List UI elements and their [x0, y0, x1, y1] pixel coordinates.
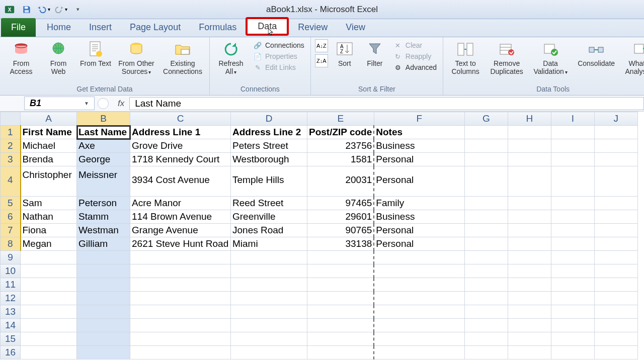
col-header-E[interactable]: E: [307, 112, 374, 126]
cell-E15[interactable]: [307, 332, 374, 346]
cell-H15[interactable]: [508, 332, 551, 346]
cell-G8[interactable]: [464, 237, 508, 251]
cell-A13[interactable]: [21, 305, 77, 319]
tab-view[interactable]: View: [337, 18, 374, 37]
cell-J9[interactable]: [594, 251, 637, 264]
from-other-sources-button[interactable]: From Other Sources▾: [116, 39, 157, 76]
cell-B3[interactable]: George: [77, 153, 130, 166]
cell-E12[interactable]: [307, 292, 374, 305]
filter-button[interactable]: Filter: [361, 39, 388, 68]
cell-B16[interactable]: [77, 346, 130, 359]
data-validation-button[interactable]: Data Validation▾: [530, 39, 571, 76]
cell-G12[interactable]: [464, 292, 508, 305]
row-header-2[interactable]: 2: [1, 139, 21, 153]
cell-G2[interactable]: [464, 139, 508, 153]
cell-C3[interactable]: 1718 Kennedy Court: [130, 153, 231, 166]
col-header-F[interactable]: F: [374, 112, 464, 126]
cell-B5[interactable]: Peterson: [77, 197, 130, 210]
cell-A9[interactable]: [21, 251, 77, 264]
cell-F5[interactable]: Family: [374, 197, 464, 210]
cell-J10[interactable]: [594, 264, 637, 278]
cell-H10[interactable]: [508, 264, 551, 278]
cell-C16[interactable]: [130, 346, 231, 359]
cell-E16[interactable]: [307, 346, 374, 359]
cell-B4[interactable]: Meissner: [77, 166, 130, 197]
cell-B10[interactable]: [77, 264, 130, 278]
cell-C5[interactable]: Acre Manor: [130, 197, 231, 210]
cell-J1[interactable]: [594, 126, 637, 139]
cell-I16[interactable]: [551, 346, 594, 359]
cell-G7[interactable]: [464, 224, 508, 237]
col-header-B[interactable]: B: [77, 112, 130, 126]
cell-J8[interactable]: [594, 237, 637, 251]
cell-D4[interactable]: Temple Hills: [231, 166, 307, 197]
edit-links-button[interactable]: ✎Edit Links: [251, 62, 306, 72]
cell-C11[interactable]: [130, 278, 231, 292]
cell-H8[interactable]: [508, 237, 551, 251]
cell-E5[interactable]: 97465: [307, 197, 374, 210]
cell-D1[interactable]: Address Line 2: [231, 126, 307, 139]
redo-icon[interactable]: ▾: [54, 3, 67, 16]
cell-D15[interactable]: [231, 332, 307, 346]
cell-F15[interactable]: [374, 332, 464, 346]
sort-asc-button[interactable]: A↓Z: [315, 39, 328, 52]
row-header-6[interactable]: 6: [1, 210, 21, 224]
reapply-button[interactable]: ↻Reapply: [391, 51, 439, 61]
text-to-columns-button[interactable]: Text to Columns: [447, 39, 484, 76]
row-header-3[interactable]: 3: [1, 153, 21, 166]
cell-A4[interactable]: Christopher: [21, 166, 77, 197]
tab-page-layout[interactable]: Page Layout: [121, 18, 190, 37]
cell-G1[interactable]: [464, 126, 508, 139]
cell-D13[interactable]: [231, 305, 307, 319]
cell-E3[interactable]: 1581: [307, 153, 374, 166]
cell-B1[interactable]: Last Name: [77, 126, 130, 139]
row-header-8[interactable]: 8: [1, 237, 21, 251]
cell-G15[interactable]: [464, 332, 508, 346]
cell-F6[interactable]: Business: [374, 210, 464, 224]
cell-D3[interactable]: Westborough: [231, 153, 307, 166]
cell-A7[interactable]: Fiona: [21, 224, 77, 237]
cell-J6[interactable]: [594, 210, 637, 224]
tab-file[interactable]: File: [1, 18, 36, 37]
cell-C4[interactable]: 3934 Cost Avenue: [130, 166, 231, 197]
cell-G4[interactable]: [464, 166, 508, 197]
cell-F12[interactable]: [374, 292, 464, 305]
properties-button[interactable]: 📄Properties: [251, 51, 306, 61]
cell-A12[interactable]: [21, 292, 77, 305]
cell-J11[interactable]: [594, 278, 637, 292]
cell-C15[interactable]: [130, 332, 231, 346]
cell-J16[interactable]: [594, 346, 637, 359]
cell-H16[interactable]: [508, 346, 551, 359]
col-header-A[interactable]: A: [21, 112, 77, 126]
select-all-corner[interactable]: [1, 112, 21, 126]
cell-C14[interactable]: [130, 319, 231, 332]
col-header-G[interactable]: G: [464, 112, 508, 126]
tab-formulas[interactable]: Formulas: [190, 18, 246, 37]
cell-E6[interactable]: 29601: [307, 210, 374, 224]
cell-C12[interactable]: [130, 292, 231, 305]
cell-J15[interactable]: [594, 332, 637, 346]
cell-B15[interactable]: [77, 332, 130, 346]
cell-I10[interactable]: [551, 264, 594, 278]
cell-J13[interactable]: [594, 305, 637, 319]
cell-E1[interactable]: Post/ZIP code: [307, 126, 374, 139]
cell-I2[interactable]: [551, 139, 594, 153]
cell-B7[interactable]: Westman: [77, 224, 130, 237]
cell-J3[interactable]: [594, 153, 637, 166]
cell-G6[interactable]: [464, 210, 508, 224]
from-access-button[interactable]: From Access: [4, 39, 38, 76]
cell-H2[interactable]: [508, 139, 551, 153]
cell-F8[interactable]: Personal: [374, 237, 464, 251]
advanced-button[interactable]: ⚙Advanced: [391, 62, 439, 72]
cell-H4[interactable]: [508, 166, 551, 197]
cell-E9[interactable]: [307, 251, 374, 264]
remove-duplicates-button[interactable]: Remove Duplicates: [487, 39, 527, 76]
cell-B9[interactable]: [77, 251, 130, 264]
cell-H1[interactable]: [508, 126, 551, 139]
cell-A3[interactable]: Brenda: [21, 153, 77, 166]
cell-A6[interactable]: Nathan: [21, 210, 77, 224]
cell-I15[interactable]: [551, 332, 594, 346]
cell-H14[interactable]: [508, 319, 551, 332]
consolidate-button[interactable]: Consolidate: [574, 39, 618, 68]
row-header-1[interactable]: 1: [1, 126, 21, 139]
